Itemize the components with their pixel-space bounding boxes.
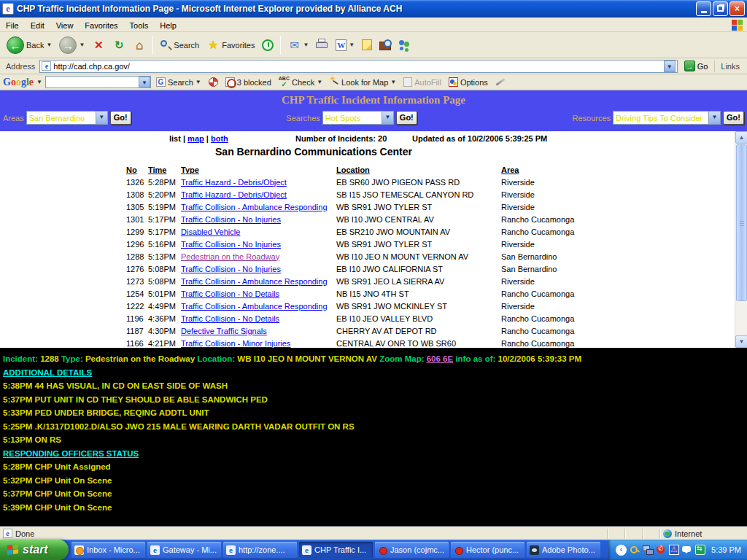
spellcheck-button[interactable]: ABC✓ Check ▼ — [276, 75, 325, 89]
look-for-map-button[interactable]: Look for Map ▼ — [328, 77, 398, 88]
incident-type-link[interactable]: Traffic Collision - No Details — [181, 314, 279, 323]
menu-item[interactable]: Edit — [25, 20, 50, 31]
back-button[interactable]: ← Back ▼ — [3, 35, 55, 55]
incident-area: Riverside — [501, 302, 625, 311]
security-alert-tray-icon[interactable] — [669, 545, 679, 555]
close-button[interactable]: × — [729, 1, 745, 16]
back-dropdown-icon[interactable]: ▼ — [46, 42, 52, 48]
incident-type-link[interactable]: Traffic Collision - No Injuries — [181, 240, 281, 249]
word-dropdown-icon[interactable]: ▼ — [349, 42, 355, 48]
view-both-link[interactable]: both — [211, 134, 228, 143]
view-map-link[interactable]: map — [187, 134, 204, 143]
restore-button[interactable] — [713, 1, 728, 16]
look-for-map-dropdown-icon[interactable]: ▼ — [390, 79, 396, 85]
check-dropdown-icon[interactable]: ▼ — [317, 79, 322, 85]
incident-type-link[interactable]: Traffic Hazard - Debris/Object — [181, 178, 287, 187]
address-input[interactable]: e http://cad.chp.ca.gov/ ▼ — [39, 60, 677, 73]
incident-type-link[interactable]: Traffic Collision - No Injuries — [181, 265, 281, 273]
home-button[interactable]: ⌂ — [129, 37, 150, 53]
incident-type-link[interactable]: Traffic Hazard - Debris/Object — [181, 190, 287, 199]
google-search-dropdown-icon[interactable]: ▼ — [139, 77, 150, 88]
incident-type-link[interactable]: Traffic Collision - Minor Injuries — [181, 339, 290, 348]
keys-tray-icon[interactable] — [630, 545, 640, 555]
incident-time: 4:49PM — [148, 302, 181, 311]
areas-go-button[interactable]: Go! — [110, 111, 131, 125]
taskbar-task-button[interactable]: Inbox - Micro... — [71, 542, 145, 558]
internet-zone-pane: Internet — [659, 529, 747, 539]
searches-dropdown-icon[interactable]: ▼ — [382, 112, 393, 124]
forward-button[interactable]: → ▼ — [55, 35, 88, 55]
history-button[interactable] — [258, 38, 277, 52]
sync-tray-icon[interactable] — [695, 545, 705, 555]
go-arrow-icon: → — [684, 61, 695, 71]
incident-type-link[interactable]: Traffic Collision - Ambulance Responding — [181, 302, 328, 311]
messenger-tray-icon[interactable] — [682, 545, 692, 555]
menu-item[interactable]: Tools — [124, 20, 155, 31]
phone-tray-icon[interactable] — [656, 545, 666, 555]
popup-blocker-button[interactable]: 3 blocked — [223, 77, 274, 88]
forward-dropdown-icon[interactable]: ▼ — [79, 42, 85, 48]
menu-item[interactable]: View — [50, 20, 80, 31]
go-button[interactable]: → Go — [681, 60, 712, 72]
minimize-button[interactable] — [696, 1, 711, 16]
print-button[interactable] — [312, 37, 332, 52]
taskbar-task-button[interactable]: Jason (cojmc... — [375, 542, 449, 558]
areas-select[interactable]: San Bernardino ▼ — [26, 111, 108, 125]
incident-area: San Bernardino — [501, 265, 625, 273]
stop-button[interactable]: ✕ — [88, 37, 109, 53]
pagerank-button[interactable] — [206, 77, 220, 88]
incident-type-link[interactable]: Pedestrian on the Roadway — [181, 252, 279, 261]
google-search-options-icon[interactable]: ▼ — [196, 79, 201, 85]
edit-with-word-button[interactable]: W ▼ — [332, 38, 358, 52]
start-button[interactable]: start — [0, 540, 69, 560]
resources-select[interactable]: Driving Tips To Consider ▼ — [613, 111, 721, 125]
incident-area: Rancho Cucamonga — [501, 228, 625, 236]
scrollbar-thumb[interactable] — [736, 144, 747, 301]
taskbar-task-button[interactable]: http://zone.... — [223, 542, 297, 558]
searches-select[interactable]: Hot Spots ▼ — [322, 111, 394, 125]
taskbar-task-button[interactable]: Hector (punc... — [451, 542, 525, 558]
options-button[interactable]: Options — [446, 77, 490, 88]
menu-item[interactable]: File — [0, 20, 25, 31]
favorites-button[interactable]: ★ Favorites — [203, 37, 258, 53]
menu-item[interactable]: Favorites — [79, 20, 123, 31]
mail-dropdown-icon[interactable]: ▼ — [303, 42, 309, 48]
incident-type-link[interactable]: Defective Traffic Signals — [181, 327, 267, 335]
links-toolbar[interactable]: Links — [714, 61, 746, 72]
table-row: 1296 5:16PM Traffic Collision - No Injur… — [126, 238, 625, 250]
search-label: Search — [174, 41, 199, 50]
address-dropdown-icon[interactable]: ▼ — [664, 61, 676, 72]
messenger-button[interactable] — [395, 38, 414, 52]
google-search-button[interactable]: G Search ▼ — [154, 77, 204, 88]
menu-item[interactable]: Help — [154, 20, 182, 31]
areas-label: Areas — [3, 114, 24, 122]
incident-type-link[interactable]: Traffic Collision - Ambulance Responding — [181, 203, 328, 211]
incident-type-link[interactable]: Disabled Vehicle — [181, 228, 240, 236]
list-scrollbar[interactable]: ▲ ▼ — [735, 131, 747, 348]
scroll-down-icon[interactable]: ▼ — [735, 335, 747, 348]
zoom-map-link[interactable]: 606 6E — [427, 354, 453, 363]
google-dropdown-icon[interactable]: ▼ — [36, 79, 42, 85]
google-search-input[interactable]: ▼ — [45, 76, 151, 88]
scroll-up-icon[interactable]: ▲ — [735, 131, 747, 144]
mail-button[interactable]: ✉ ▼ — [284, 37, 312, 53]
google-logo[interactable]: Google — [3, 75, 34, 90]
network-tray-icon[interactable] — [643, 545, 653, 555]
resources-go-button[interactable]: Go! — [723, 111, 744, 125]
search-button[interactable]: Search — [156, 38, 203, 52]
research-button[interactable] — [376, 38, 395, 52]
taskbar-task-button[interactable]: CHP Traffic I... — [299, 542, 373, 558]
taskbar-task-button[interactable]: Gateway - Mi... — [147, 542, 221, 558]
incident-type-link[interactable]: Traffic Collision - Ambulance Responding — [181, 277, 328, 286]
incident-type-link[interactable]: Traffic Collision - No Details — [181, 289, 279, 298]
highlighter-button[interactable] — [493, 80, 508, 84]
searches-go-button[interactable]: Go! — [396, 111, 417, 125]
areas-dropdown-icon[interactable]: ▼ — [96, 112, 107, 124]
resources-dropdown-icon[interactable]: ▼ — [708, 112, 720, 124]
incident-location: CENTRAL AV ONR TO WB SR60 — [336, 339, 501, 348]
notes-button[interactable] — [358, 38, 376, 52]
refresh-button[interactable]: ↻ — [109, 37, 129, 53]
tray-chevron-icon[interactable]: ‹ — [616, 545, 627, 556]
taskbar-task-button[interactable]: Adobe Photo... — [527, 542, 600, 558]
incident-type-link[interactable]: Traffic Collision - No Injuries — [181, 215, 281, 224]
